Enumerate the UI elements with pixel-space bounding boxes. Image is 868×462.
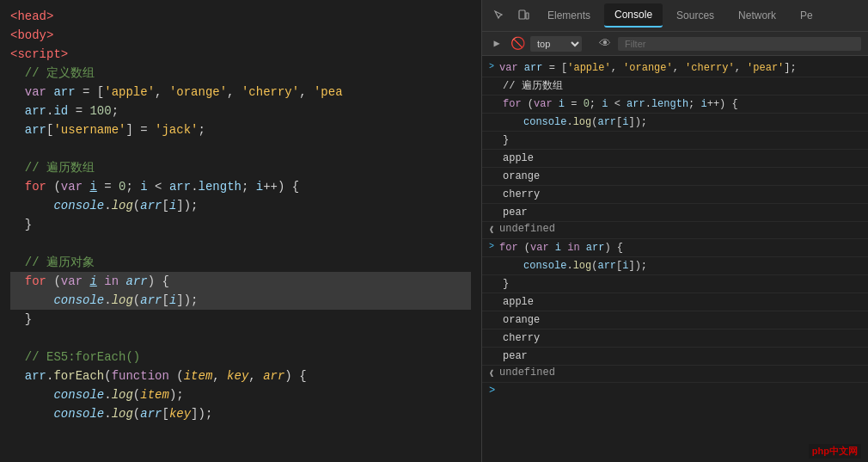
console-output-apple2: apple <box>482 293 868 311</box>
code-line: } <box>10 215 471 234</box>
expand-arrow[interactable]: > <box>489 62 494 71</box>
console-entry: // 遍历数组 <box>482 77 868 95</box>
code-line: <script> <box>10 45 471 64</box>
console-prompt[interactable]: > <box>482 383 868 398</box>
console-entry: } <box>482 132 868 150</box>
console-entry: for (var i = 0; i < arr.length; i++) { <box>482 95 868 114</box>
devtools-header: Elements Console Sources Network Pe ▶ 🚫 … <box>482 0 868 56</box>
code-line: // ES5:forEach() <box>10 348 471 367</box>
context-select[interactable]: top <box>530 36 582 52</box>
console-entry: console.log(arr[i]); <box>482 257 868 275</box>
code-line: for (var i in arr) { <box>10 272 471 291</box>
code-line: // 遍历对象 <box>10 253 471 272</box>
run-icon[interactable]: ▶ <box>489 36 504 52</box>
code-line: arr.id = 100; <box>10 102 471 120</box>
console-entry: console.log(arr[i]); <box>482 114 868 132</box>
devtools-toolbar: ▶ 🚫 top 👁 <box>482 31 868 55</box>
code-line <box>10 329 471 348</box>
tab-network[interactable]: Network <box>728 3 786 28</box>
code-line: // 定义数组 <box>10 64 471 83</box>
expand-arrow[interactable]: > <box>489 242 494 251</box>
tab-console[interactable]: Console <box>604 3 663 28</box>
code-editor: <head> <body> <script> // 定义数组 var arr =… <box>0 0 481 462</box>
inspect-icon[interactable] <box>489 5 510 26</box>
console-output-pear: pear <box>482 204 868 222</box>
code-line <box>10 234 471 253</box>
console-undefined: ❰ undefined <box>482 222 868 239</box>
code-line: <head> <box>10 7 471 26</box>
prompt-arrow: > <box>489 385 495 397</box>
left-arrow2: ❰ <box>489 368 494 379</box>
devtools-tabs: Elements Console Sources Network Pe <box>482 0 868 31</box>
code-line <box>10 139 471 158</box>
console-output-cherry2: cherry <box>482 330 868 348</box>
code-line: var arr = ['apple', 'orange', 'cherry', … <box>10 83 471 102</box>
console-undefined2: ❰ undefined <box>482 366 868 383</box>
code-line: // 遍历数组 <box>10 158 471 177</box>
code-line: console.log(arr[key]); <box>10 404 471 423</box>
console-entry: > var arr = ['apple', 'orange', 'cherry'… <box>482 59 868 77</box>
console-output-apple: apple <box>482 150 868 168</box>
console-output-orange2: orange <box>482 311 868 330</box>
left-arrow: ❰ <box>489 225 494 235</box>
console-entry: } <box>482 275 868 293</box>
device-icon[interactable] <box>513 5 534 26</box>
code-line: } <box>10 310 471 329</box>
code-line: console.log(item); <box>10 385 471 404</box>
php-watermark: php中文网 <box>809 444 861 459</box>
code-line: arr['username'] = 'jack'; <box>10 120 471 139</box>
tab-performance[interactable]: Pe <box>790 3 823 28</box>
code-line: console.log(arr[i]); <box>10 291 471 310</box>
console-output-orange: orange <box>482 168 868 186</box>
code-line: <body> <box>10 26 471 45</box>
clear-icon[interactable]: 🚫 <box>510 36 525 52</box>
console-entry: > for (var i in arr) { <box>482 239 868 257</box>
code-line: console.log(arr[i]); <box>10 196 471 215</box>
code-line: for (var i = 0; i < arr.length; i++) { <box>10 177 471 196</box>
svg-rect-0 <box>519 10 525 19</box>
console-output: > var arr = ['apple', 'orange', 'cherry'… <box>482 56 868 462</box>
tab-sources[interactable]: Sources <box>666 3 724 28</box>
console-output-cherry: cherry <box>482 186 868 204</box>
devtools-panel: Elements Console Sources Network Pe ▶ 🚫 … <box>481 0 868 462</box>
code-line: arr.forEach(function (item, key, arr) { <box>10 367 471 385</box>
tab-elements[interactable]: Elements <box>537 3 601 28</box>
eye-icon[interactable]: 👁 <box>597 36 613 52</box>
svg-rect-1 <box>526 13 529 19</box>
filter-input[interactable] <box>618 37 861 51</box>
console-output-pear2: pear <box>482 348 868 366</box>
